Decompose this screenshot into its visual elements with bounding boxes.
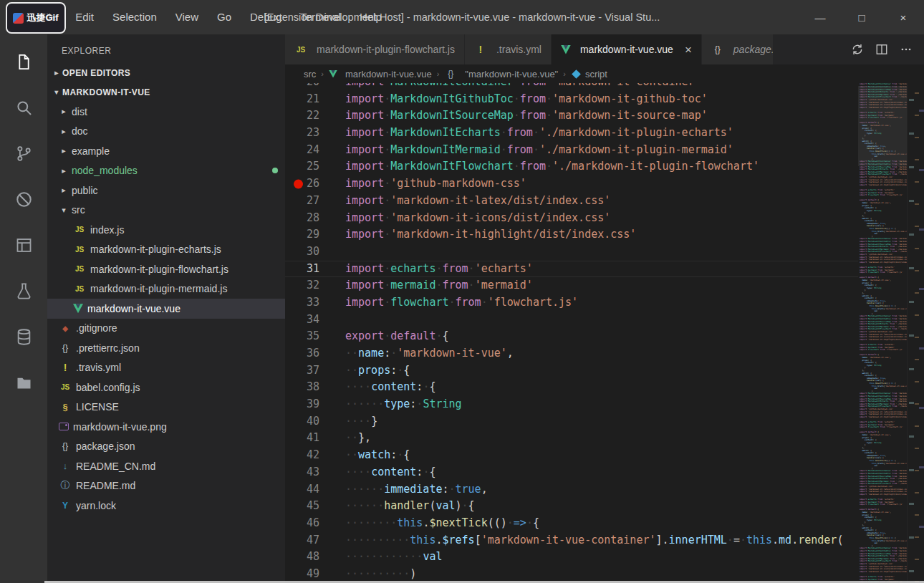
tab-markdown-it-vue-vue[interactable]: markdown-it-vue.vue× xyxy=(552,34,702,64)
tree-item-markdown-it-vue-png[interactable]: markdown-it-vue.png xyxy=(47,417,285,437)
line-number[interactable]: 33 xyxy=(285,294,337,312)
code-line-30[interactable]: 30 xyxy=(285,244,858,261)
beaker-icon[interactable] xyxy=(0,268,47,314)
code-line-25[interactable]: 25import·MarkdownItFlowchart·from·'./mar… xyxy=(285,158,858,175)
code-line-43[interactable]: 43····content:·{ xyxy=(285,464,858,481)
tree-item-prettierrc-json[interactable]: {}.prettierrc.json xyxy=(47,338,285,358)
code-line-45[interactable]: 45······handler(val)·{ xyxy=(285,498,858,515)
tree-item-example[interactable]: ▸example xyxy=(47,141,285,161)
section-markdown-it-vue[interactable]: ▾MARKDOWN-IT-VUE xyxy=(47,82,285,102)
code-line-35[interactable]: 35export·default·{ xyxy=(285,328,858,345)
tree-item-src[interactable]: ▾src xyxy=(47,201,285,221)
code-line-32[interactable]: 32import·mermaid·from·'mermaid' xyxy=(285,277,858,294)
menu-terminal[interactable]: Terminal xyxy=(291,0,350,34)
tree-item-babel-config-js[interactable]: JSbabel.config.js xyxy=(47,377,285,398)
blocked-icon[interactable] xyxy=(0,176,47,222)
line-number[interactable]: 32 xyxy=(285,277,337,294)
code-line-21[interactable]: 21import·MarkdownItGithubToc·from·'markd… xyxy=(285,91,858,108)
minimize-button[interactable]: — xyxy=(799,0,841,34)
tree-item-readme-cn-md[interactable]: ↓README_CN.md xyxy=(47,456,285,476)
line-number[interactable]: 45 xyxy=(285,498,337,515)
line-number[interactable]: 34 xyxy=(285,312,337,329)
database-icon[interactable] xyxy=(0,314,47,360)
line-number[interactable]: 27 xyxy=(285,193,337,210)
search-icon[interactable] xyxy=(0,85,47,130)
line-number[interactable]: 31 xyxy=(285,261,337,278)
code-line-23[interactable]: 23import·MarkdownItEcharts·from·'./markd… xyxy=(285,125,858,142)
close-icon[interactable]: × xyxy=(685,44,692,56)
tree-item-markdown-it-plugin-echarts-js[interactable]: JSmarkdown-it-plugin-echarts.js xyxy=(47,240,285,260)
code-line-36[interactable]: 36··name:·'markdown-it-vue', xyxy=(285,345,858,362)
menu-edit[interactable]: Edit xyxy=(66,0,103,34)
line-number[interactable]: 36 xyxy=(285,345,337,362)
tree-item-package-json[interactable]: {}package.json xyxy=(47,437,285,457)
code-line-46[interactable]: 46········this.$nextTick(()·=>·{ xyxy=(285,515,858,532)
line-number[interactable]: 20 xyxy=(285,83,337,91)
menu-view[interactable]: View xyxy=(166,0,208,34)
tree-item-readme-md[interactable]: ⓘREADME.md xyxy=(47,476,285,496)
minimap[interactable]: import·MarkdownItContainer·from·'markdow… xyxy=(858,83,907,583)
tab-markdown-it-plugin-flowchart-js[interactable]: JSmarkdown-it-plugin-flowchart.js xyxy=(285,34,465,64)
code-line-26[interactable]: 26import·'github-markdown-css' xyxy=(285,175,858,193)
line-number[interactable]: 39 xyxy=(285,396,337,413)
menu-debug[interactable]: Debug xyxy=(241,0,291,34)
line-number[interactable]: 23 xyxy=(285,125,337,142)
code-line-41[interactable]: 41··}, xyxy=(285,430,858,447)
code-area[interactable]: 20import·MarkdownItContainer·from·'markd… xyxy=(285,83,858,583)
line-number[interactable]: 30 xyxy=(285,244,337,261)
menu-help[interactable]: Help xyxy=(350,0,391,34)
code-line-39[interactable]: 39······type:·String xyxy=(285,396,858,413)
code-line-42[interactable]: 42··watch:·{ xyxy=(285,447,858,464)
line-number[interactable]: 29 xyxy=(285,226,337,244)
breadcrumb-script[interactable]: script xyxy=(571,69,607,80)
breadcrumb-markdown-it-vue-vue[interactable]: markdown-it-vue.vue xyxy=(329,69,432,80)
sync-icon[interactable] xyxy=(851,43,864,56)
code-line-29[interactable]: 29import·'markdown-it-highlight/dist/ind… xyxy=(285,226,858,244)
line-number[interactable]: 42 xyxy=(285,447,337,464)
code-line-27[interactable]: 27import·'markdown-it-latex/dist/index.c… xyxy=(285,193,858,210)
menu-go[interactable]: Go xyxy=(208,0,241,34)
section-open-editors[interactable]: ▸OPEN EDITORS xyxy=(47,63,285,82)
line-number[interactable]: 46 xyxy=(285,515,337,532)
tree-item-public[interactable]: ▸public xyxy=(47,180,285,201)
code-line-37[interactable]: 37··props:·{ xyxy=(285,362,858,380)
breadcrumb-src[interactable]: src xyxy=(304,69,316,80)
files-icon[interactable] xyxy=(0,39,47,85)
tree-item-doc[interactable]: ▸doc xyxy=(47,122,285,142)
line-number[interactable]: 47 xyxy=(285,532,337,549)
tree-item-license[interactable]: §LICENSE xyxy=(47,398,285,418)
line-number[interactable]: 44 xyxy=(285,481,337,498)
split-editor-icon[interactable] xyxy=(875,43,888,56)
source-control-icon[interactable] xyxy=(0,130,47,176)
tree-item-yarn-lock[interactable]: Yyarn.lock xyxy=(47,496,285,516)
code-line-47[interactable]: 47··········this.$refs['markdown-it-vue-… xyxy=(285,532,858,549)
maximize-button[interactable]: □ xyxy=(841,0,882,34)
code-line-40[interactable]: 40····} xyxy=(285,413,858,430)
line-number[interactable]: 40 xyxy=(285,413,337,430)
tree-item-markdown-it-plugin-flowchart-js[interactable]: JSmarkdown-it-plugin-flowchart.js xyxy=(47,259,285,279)
tree-item-index-js[interactable]: JSindex.js xyxy=(47,220,285,240)
line-number[interactable]: 35 xyxy=(285,328,337,345)
tree-item-markdown-it-plugin-mermaid-js[interactable]: JSmarkdown-it-plugin-mermaid.js xyxy=(47,279,285,299)
breadcrumb-markdown-it-vue-vue[interactable]: {}"markdown-it-vue.vue" xyxy=(444,69,558,80)
code-line-34[interactable]: 34 xyxy=(285,312,858,329)
folder-icon[interactable] xyxy=(0,360,47,405)
close-button[interactable]: × xyxy=(882,0,924,34)
tab-travis-yml[interactable]: !.travis.yml xyxy=(465,34,552,64)
line-number[interactable]: 43 xyxy=(285,464,337,481)
window-icon[interactable] xyxy=(0,222,47,268)
tab-package-json[interactable]: {}package.json xyxy=(702,34,774,64)
code-line-44[interactable]: 44······immediate:·true, xyxy=(285,481,858,498)
tree-item-travis-yml[interactable]: !.travis.yml xyxy=(47,358,285,378)
code-line-24[interactable]: 24import·MarkdownItMermaid·from·'./markd… xyxy=(285,142,858,159)
menu-selection[interactable]: Selection xyxy=(103,0,166,34)
code-line-20[interactable]: 20import·MarkdownItContainer·from·'markd… xyxy=(285,83,858,91)
code-line-33[interactable]: 33import·flowchart·from·'flowchart.js' xyxy=(285,294,858,312)
line-number[interactable]: 37 xyxy=(285,362,337,380)
code-line-38[interactable]: 38····content:·{ xyxy=(285,379,858,396)
code-line-31[interactable]: 31import·echarts·from·'echarts' xyxy=(285,261,858,278)
line-number[interactable]: 25 xyxy=(285,158,337,175)
tree-item-node-modules[interactable]: ▸node_modules xyxy=(47,161,285,181)
line-number[interactable]: 24 xyxy=(285,142,337,159)
line-number[interactable]: 22 xyxy=(285,107,337,125)
